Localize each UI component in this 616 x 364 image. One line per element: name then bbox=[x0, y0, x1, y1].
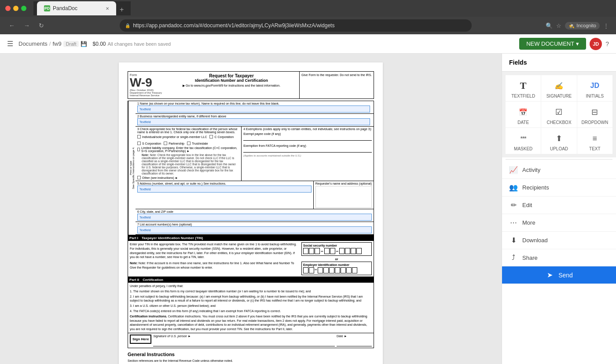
help-button[interactable]: ? bbox=[605, 40, 609, 47]
field-item-masked[interactable]: *** MASKED bbox=[506, 128, 541, 154]
cb-other-label: Other (see instructions) ► bbox=[142, 176, 178, 179]
cb-other[interactable] bbox=[137, 176, 141, 179]
tab-close-button[interactable]: ✕ bbox=[106, 6, 109, 11]
search-icon[interactable]: 🔍 bbox=[546, 22, 553, 29]
more-label: More bbox=[522, 219, 535, 226]
new-document-button[interactable]: NEW DOCUMENT ▾ bbox=[519, 38, 586, 50]
cert3: 3. I am a U.S. citizen or other U.S. per… bbox=[130, 304, 372, 308]
signature-field[interactable] bbox=[153, 338, 335, 346]
share-item[interactable]: ⤴ Share bbox=[502, 249, 616, 266]
download-item[interactable]: ⬇ Download bbox=[502, 232, 616, 249]
url-bar[interactable]: 🔒 https://app.pandadoc.com/a/#/document/… bbox=[120, 19, 472, 32]
ein-cell[interactable] bbox=[352, 267, 357, 273]
part1-header: Part I Taxpayer Identification Number (T… bbox=[128, 235, 374, 241]
field-item-text[interactable]: ≡ TEXT bbox=[577, 128, 612, 154]
masked-label: MASKED bbox=[514, 146, 532, 151]
field-item-dropdown[interactable]: ⊟ DROPDOWN bbox=[577, 102, 612, 127]
ein-cell[interactable] bbox=[318, 267, 323, 273]
user-avatar[interactable]: JD bbox=[590, 38, 602, 50]
line7-field[interactable]: Textfield bbox=[137, 226, 372, 233]
tab-title: PandaDoc bbox=[53, 5, 103, 11]
ein-cell[interactable] bbox=[309, 267, 314, 273]
w9-title: W-9 bbox=[130, 76, 162, 89]
field-item-signature[interactable]: ✍ SIGNATURE bbox=[541, 75, 576, 101]
close-button[interactable] bbox=[5, 6, 11, 11]
activity-item[interactable]: 📈 Activity bbox=[502, 161, 616, 179]
exempt-payee-field[interactable] bbox=[243, 135, 372, 141]
breadcrumb-separator: / bbox=[49, 40, 51, 47]
general-instructions: General Instructions Section references … bbox=[128, 352, 374, 364]
ein-cell[interactable] bbox=[323, 267, 329, 273]
incognito-icon: 🕵 bbox=[568, 23, 575, 29]
irs: Internal Revenue Service bbox=[130, 94, 162, 97]
more-item[interactable]: ⋯ More bbox=[502, 214, 616, 232]
field-item-initials[interactable]: JD INITIALS bbox=[577, 75, 612, 101]
edit-icon: ✏ bbox=[509, 201, 518, 209]
cb-partnership[interactable] bbox=[164, 142, 167, 145]
ssn-cell[interactable] bbox=[309, 248, 314, 254]
ssn-cell[interactable] bbox=[324, 248, 330, 254]
line2-field[interactable]: Textfield bbox=[137, 118, 370, 125]
ssn-cell[interactable] bbox=[351, 248, 356, 254]
tin-note: Note: Note: If the account is in more th… bbox=[130, 261, 298, 270]
breadcrumb-documents[interactable]: Documents bbox=[18, 40, 48, 47]
new-tab-button[interactable]: + bbox=[116, 4, 127, 15]
requester-addr-field[interactable] bbox=[315, 186, 372, 208]
line1-field[interactable]: Textfield bbox=[137, 106, 370, 113]
initials-label: INITIALS bbox=[586, 94, 604, 98]
ssn-cell[interactable] bbox=[345, 248, 350, 254]
print-note: Print or typeSee Specific Instructions o… bbox=[128, 101, 136, 235]
ssn-fields: – – bbox=[303, 248, 370, 254]
cb-ccorp[interactable] bbox=[209, 135, 213, 138]
incognito-badge: 🕵 Incognito bbox=[565, 22, 600, 29]
ssn-cell[interactable] bbox=[330, 248, 335, 254]
cb-trust-group: Trust/estate bbox=[187, 142, 208, 145]
field-item-upload[interactable]: ⬆ UPLOAD bbox=[541, 128, 576, 154]
date-field[interactable] bbox=[337, 338, 372, 346]
ein-cell[interactable] bbox=[329, 267, 334, 273]
field-item-textfield[interactable]: T TEXTFIELD bbox=[506, 75, 541, 101]
back-button[interactable]: ← bbox=[7, 20, 17, 31]
checkboxes: Individual/sole proprietor or single-mem… bbox=[137, 135, 239, 179]
hamburger-menu[interactable]: ☰ bbox=[7, 40, 13, 48]
tab-favicon: PD bbox=[44, 5, 50, 11]
save-icon: 💾 bbox=[81, 41, 87, 47]
cb-llc[interactable] bbox=[137, 148, 140, 151]
date-icon: 📅 bbox=[516, 106, 530, 118]
ein-cell[interactable] bbox=[341, 267, 346, 273]
ssn-cell[interactable] bbox=[303, 248, 308, 254]
menu-icon[interactable]: ⋮ bbox=[603, 22, 609, 29]
field-item-checkbox[interactable]: ☑ CHECKBOX bbox=[541, 102, 576, 127]
ssn-cell[interactable] bbox=[339, 248, 345, 254]
gen-inst-text: Section references are to the Internal R… bbox=[128, 359, 374, 363]
textfield-icon: T bbox=[516, 80, 530, 92]
sign-label: Signature of U.S. person ► bbox=[153, 335, 335, 338]
checkbox-label: CHECKBOX bbox=[546, 120, 571, 125]
traffic-lights bbox=[5, 6, 26, 11]
cb-other-group: Other (see instructions) ► bbox=[137, 176, 239, 179]
cb-scorp[interactable] bbox=[137, 142, 141, 145]
maximize-button[interactable] bbox=[21, 6, 26, 11]
ein-cell[interactable] bbox=[346, 267, 352, 273]
ein-cell[interactable] bbox=[335, 267, 340, 273]
edit-item[interactable]: ✏ Edit bbox=[502, 197, 616, 214]
line6-field[interactable]: Textfield bbox=[137, 214, 372, 221]
ssn-cell[interactable] bbox=[356, 248, 362, 254]
line5-field[interactable]: Textfield bbox=[137, 186, 312, 193]
ein-cell[interactable] bbox=[303, 267, 308, 273]
forward-button[interactable]: → bbox=[22, 20, 32, 31]
recipients-item[interactable]: 👥 Recipients bbox=[502, 179, 616, 197]
bookmark-icon[interactable]: ☆ bbox=[556, 22, 561, 29]
field-item-date[interactable]: 📅 DATE bbox=[506, 102, 541, 127]
active-tab[interactable]: PD PandaDoc ✕ bbox=[37, 1, 116, 15]
recipients-icon: 👥 bbox=[509, 183, 518, 192]
cb-trust[interactable] bbox=[187, 142, 191, 145]
ssn-cell[interactable] bbox=[315, 248, 320, 254]
gen-inst-title: General Instructions bbox=[128, 352, 374, 357]
reload-button[interactable]: ↻ bbox=[37, 20, 46, 31]
date-label-fi: DATE bbox=[517, 120, 529, 125]
minimize-button[interactable] bbox=[13, 6, 18, 11]
cb-individual[interactable] bbox=[137, 135, 141, 138]
fatca-field[interactable] bbox=[243, 147, 372, 153]
send-item[interactable]: ➤ Send bbox=[502, 266, 616, 284]
